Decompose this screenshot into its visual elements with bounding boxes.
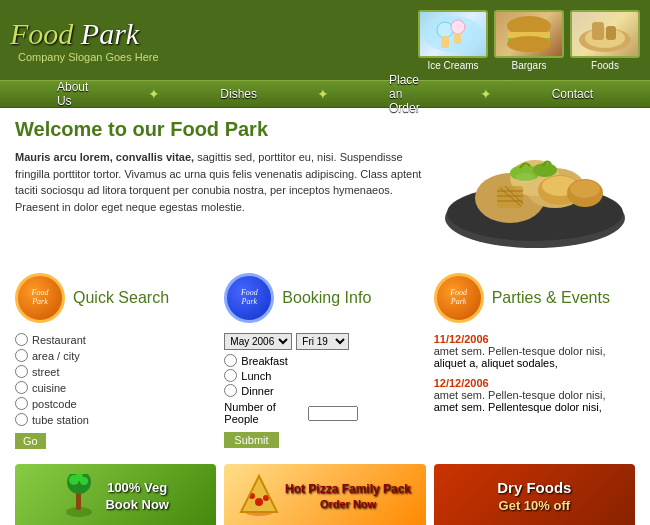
welcome-title: Welcome to our Food Park bbox=[15, 118, 425, 141]
veg-sub-text: Book Now bbox=[105, 497, 169, 514]
dry-sub-text: Get 10% off bbox=[497, 498, 571, 515]
banner-dry-text: Dry Foods Get 10% off bbox=[497, 478, 571, 514]
lunch-radio[interactable] bbox=[224, 369, 237, 382]
svg-point-40 bbox=[255, 498, 263, 506]
banner-pizza-text: Hot Pizza Family Pack Order Now bbox=[285, 482, 411, 512]
parties-badge-text: Food Park bbox=[450, 289, 467, 307]
people-input[interactable] bbox=[308, 406, 358, 421]
day-select[interactable]: Fri 19 Sat 20 bbox=[296, 333, 349, 350]
radio-cuisine: cuisine bbox=[15, 381, 216, 394]
event-1: 11/12/2006 amet sem. Pellen-tesque dolor… bbox=[434, 333, 635, 369]
radio-restaurant: Restaurant bbox=[15, 333, 216, 346]
quick-search-form: Restaurant area / city street cuisine po… bbox=[15, 333, 216, 449]
breakfast-radio[interactable] bbox=[224, 354, 237, 367]
radio-street-input[interactable] bbox=[15, 365, 28, 378]
burgers-label: Bargars bbox=[494, 60, 564, 71]
svg-rect-3 bbox=[441, 36, 449, 48]
welcome-bold: Mauris arcu lorem, convallis vitae, bbox=[15, 151, 194, 163]
welcome-text: Welcome to our Food Park Mauris arcu lor… bbox=[15, 118, 425, 258]
people-row: Number of People bbox=[224, 401, 425, 425]
meal-dinner: Dinner bbox=[224, 384, 425, 397]
radio-area-city-input[interactable] bbox=[15, 349, 28, 362]
nav-contact[interactable]: Contact bbox=[552, 87, 593, 101]
pizza-main-text: Hot Pizza Family Pack bbox=[285, 482, 411, 498]
svg-rect-12 bbox=[606, 26, 616, 40]
three-columns: Food Park Quick Search Restaurant area /… bbox=[15, 273, 635, 449]
radio-restaurant-input[interactable] bbox=[15, 333, 28, 346]
radio-postcode-input[interactable] bbox=[15, 397, 28, 410]
nav-dishes[interactable]: Dishes bbox=[220, 87, 257, 101]
radio-cuisine-label: cuisine bbox=[32, 382, 66, 394]
header-images: Ice Creams Bargars bbox=[418, 10, 640, 71]
lunch-label: Lunch bbox=[241, 370, 271, 382]
logo: Food Park bbox=[10, 17, 418, 51]
svg-point-1 bbox=[437, 22, 453, 38]
radio-area-city-label: area / city bbox=[32, 350, 80, 362]
dinner-radio[interactable] bbox=[224, 384, 237, 397]
header-image-foods[interactable]: Foods bbox=[570, 10, 640, 71]
logo-area: Food Park Company Slogan Goes Here bbox=[10, 17, 418, 63]
booking-title: Booking Info bbox=[282, 289, 371, 307]
veg-main-text: 100% Veg bbox=[105, 480, 169, 497]
nav-place-order[interactable]: Place an Order bbox=[389, 73, 420, 115]
booking-header: Food Park Booking Info bbox=[224, 273, 425, 323]
radio-cuisine-input[interactable] bbox=[15, 381, 28, 394]
banner-pizza[interactable]: Hot Pizza Family Pack Order Now bbox=[224, 464, 425, 525]
event-2-title: amet sem. Pellen-tesque dolor nisi, bbox=[434, 389, 635, 401]
radio-postcode: postcode bbox=[15, 397, 216, 410]
events-list: 11/12/2006 amet sem. Pellen-tesque dolor… bbox=[434, 333, 635, 413]
event-2-desc: amet sem. Pellentesque dolor nisi, bbox=[434, 401, 635, 413]
radio-tube-station-input[interactable] bbox=[15, 413, 28, 426]
banner-dry[interactable]: Dry Foods Get 10% off bbox=[434, 464, 635, 525]
booking-column: Food Park Booking Info May 2006 Jun 2006… bbox=[224, 273, 425, 449]
quick-search-column: Food Park Quick Search Restaurant area /… bbox=[15, 273, 216, 449]
svg-point-8 bbox=[507, 36, 551, 52]
main-content: Welcome to our Food Park Mauris arcu lor… bbox=[0, 108, 650, 525]
event-1-desc: aliquet a, aliquet sodales, bbox=[434, 357, 635, 369]
radio-postcode-label: postcode bbox=[32, 398, 77, 410]
foods-label: Foods bbox=[570, 60, 640, 71]
svg-point-2 bbox=[451, 20, 465, 34]
header-image-icecreams[interactable]: Ice Creams bbox=[418, 10, 488, 71]
svg-point-30 bbox=[515, 173, 535, 183]
banners: 100% Veg Book Now Hot Pizza Family Pack bbox=[15, 464, 635, 525]
dry-main-text: Dry Foods bbox=[497, 478, 571, 498]
nav: ❧ About Us ✦ Dishes ✦ Place an Order ✦ C… bbox=[0, 80, 650, 108]
svg-point-27 bbox=[570, 180, 600, 198]
radio-restaurant-label: Restaurant bbox=[32, 334, 86, 346]
meal-lunch: Lunch bbox=[224, 369, 425, 382]
header-image-burgers[interactable]: Bargars bbox=[494, 10, 564, 71]
submit-button[interactable]: Submit bbox=[224, 432, 278, 448]
ice-creams-image bbox=[418, 10, 488, 58]
nav-divider-3: ✦ bbox=[480, 86, 492, 102]
people-label: Number of People bbox=[224, 401, 304, 425]
pizza-sub-text: Order Now bbox=[285, 497, 411, 511]
radio-area-city: area / city bbox=[15, 349, 216, 362]
slogan: Company Slogan Goes Here bbox=[18, 51, 418, 63]
nav-about-us[interactable]: About Us bbox=[57, 80, 88, 108]
radio-street: street bbox=[15, 365, 216, 378]
svg-point-29 bbox=[533, 163, 557, 177]
svg-point-0 bbox=[423, 16, 483, 52]
banner-veg[interactable]: 100% Veg Book Now bbox=[15, 464, 216, 525]
event-1-date: 11/12/2006 bbox=[434, 333, 635, 345]
nav-divider-1: ✦ bbox=[148, 86, 160, 102]
radio-tube-station-label: tube station bbox=[32, 414, 89, 426]
breakfast-label: Breakfast bbox=[241, 355, 287, 367]
parties-title: Parties & Events bbox=[492, 289, 610, 307]
foods-image bbox=[570, 10, 640, 58]
parties-badge: Food Park bbox=[434, 273, 484, 323]
meal-breakfast: Breakfast bbox=[224, 354, 425, 367]
banner-veg-text: 100% Veg Book Now bbox=[105, 480, 169, 514]
quick-search-badge: Food Park bbox=[15, 273, 65, 323]
quick-search-title: Quick Search bbox=[73, 289, 169, 307]
event-2: 12/12/2006 amet sem. Pellen-tesque dolor… bbox=[434, 377, 635, 413]
month-select[interactable]: May 2006 Jun 2006 bbox=[224, 333, 292, 350]
svg-rect-11 bbox=[592, 22, 604, 40]
svg-rect-4 bbox=[454, 33, 461, 44]
go-button[interactable]: Go bbox=[15, 433, 46, 449]
dinner-label: Dinner bbox=[241, 385, 273, 397]
welcome-body: Mauris arcu lorem, convallis vitae, sagi… bbox=[15, 149, 425, 215]
burgers-image bbox=[494, 10, 564, 58]
parties-header: Food Park Parties & Events bbox=[434, 273, 635, 323]
